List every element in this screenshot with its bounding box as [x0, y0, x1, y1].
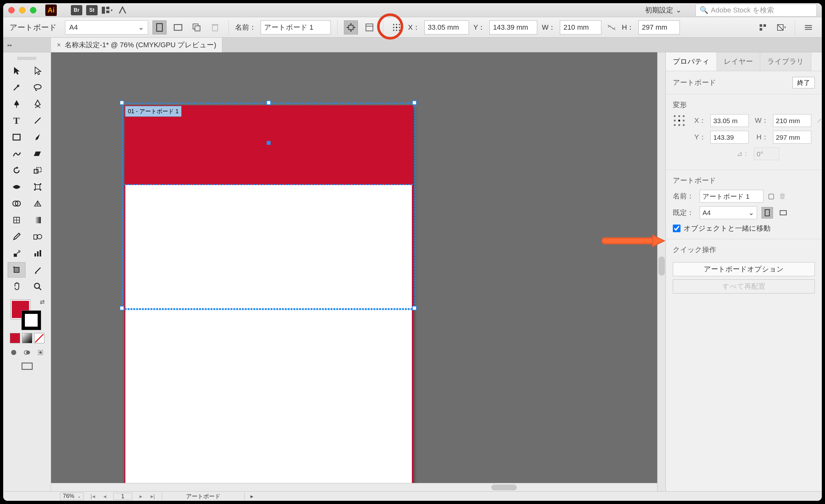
prev-artboard-button[interactable]: ◂ [102, 493, 107, 500]
delete-artboard-icon[interactable]: 🗑 [779, 192, 786, 200]
bridge-button[interactable]: Br [71, 5, 82, 15]
selection-tool[interactable] [8, 63, 25, 78]
next-artboard-button[interactable]: ▸ [138, 493, 144, 500]
align-icon[interactable] [756, 20, 770, 34]
zoom-tool[interactable] [29, 279, 47, 294]
slice-tool[interactable] [29, 262, 47, 278]
reference-point-icon[interactable] [389, 20, 403, 34]
column-graph-tool[interactable] [29, 245, 47, 261]
transform-x-input[interactable]: 33.05 m [710, 114, 749, 127]
rotate-tool[interactable] [8, 163, 25, 178]
draw-normal-icon[interactable] [8, 348, 19, 357]
ab-name-input[interactable]: アートボード 1 [700, 190, 763, 203]
new-artboard-button[interactable] [190, 20, 204, 34]
artboard-tool[interactable] [8, 262, 25, 278]
symbol-sprayer-tool[interactable] [8, 245, 25, 261]
last-artboard-button[interactable]: ▸| [149, 493, 156, 500]
minimize-window-button[interactable] [19, 7, 25, 13]
width-tool[interactable] [8, 179, 25, 195]
ab-preset-select[interactable]: A4⌄ [700, 206, 757, 219]
horizontal-scrollbar[interactable] [51, 483, 657, 491]
move-with-artboard-button[interactable] [344, 20, 358, 34]
curvature-tool[interactable] [29, 96, 47, 112]
lasso-tool[interactable] [29, 80, 47, 95]
y-input[interactable]: 143.39 mm [490, 20, 537, 34]
orientation-portrait-icon[interactable] [761, 207, 773, 218]
perspective-grid-tool[interactable] [29, 196, 47, 211]
artboard-nav-select[interactable]: アートボード [162, 493, 245, 500]
transform-h-input[interactable]: 297 mm [773, 131, 811, 144]
orientation-portrait-button[interactable] [152, 20, 166, 34]
stock-search-input[interactable]: 🔍 Adobe Stock を検索 [695, 4, 817, 17]
rectangle-tool[interactable] [8, 130, 25, 145]
x-input[interactable]: 33.05 mm [424, 20, 469, 34]
panel-menu-icon[interactable] [801, 20, 815, 34]
paintbrush-tool[interactable] [29, 130, 47, 145]
orientation-landscape-icon[interactable] [777, 207, 789, 218]
workspace-switcher[interactable]: 初期設定 ⌄ [645, 5, 681, 15]
document-tab[interactable]: × 名称未設定-1* @ 76% (CMYK/GPU プレビュー) [51, 38, 222, 52]
eyedropper-tool[interactable] [8, 229, 25, 244]
canvas-area[interactable]: 01 - アートボード 1 [51, 52, 666, 491]
scroll-thumb[interactable] [491, 485, 517, 490]
exit-artboard-button[interactable]: 終了 [793, 77, 815, 88]
transform-panel-icon[interactable]: ▾ [774, 20, 788, 34]
artboard-options-button[interactable] [362, 20, 376, 34]
tab-libraries[interactable]: ライブラリ [760, 52, 811, 71]
panel-grip-icon[interactable] [17, 57, 37, 60]
type-tool[interactable]: T [8, 113, 25, 128]
blend-tool[interactable] [29, 229, 47, 244]
shaper-tool[interactable] [8, 146, 25, 161]
shape-builder-tool[interactable] [8, 196, 25, 211]
zoom-level-select[interactable]: 76% ⌄ [60, 493, 84, 500]
mesh-tool[interactable] [8, 212, 25, 228]
orientation-landscape-button[interactable] [171, 20, 185, 34]
expand-panels-icon[interactable]: ▸▸ [5, 40, 15, 50]
hand-tool[interactable] [8, 279, 25, 294]
first-artboard-button[interactable]: |◂ [89, 493, 96, 500]
selection-handle[interactable] [412, 306, 417, 310]
eraser-tool[interactable] [29, 146, 47, 161]
selection-handle[interactable] [412, 100, 417, 105]
pen-tool[interactable] [8, 96, 25, 112]
w-input[interactable]: 210 mm [560, 20, 601, 34]
selection-handle[interactable] [267, 100, 271, 105]
screen-mode-button[interactable] [21, 362, 33, 371]
line-segment-tool[interactable] [29, 113, 47, 128]
gradient-color-icon[interactable] [22, 333, 32, 343]
solid-color-icon[interactable] [10, 333, 20, 343]
stock-button[interactable]: St [86, 5, 98, 15]
close-window-button[interactable] [8, 7, 15, 13]
draw-behind-icon[interactable] [22, 348, 32, 357]
direct-selection-tool[interactable] [29, 63, 47, 78]
scale-tool[interactable] [29, 163, 47, 178]
transform-y-input[interactable]: 143.39 [710, 131, 749, 144]
new-artboard-icon[interactable]: ▢ [768, 192, 774, 200]
gpu-preview-icon[interactable] [117, 5, 128, 15]
h-input[interactable]: 297 mm [639, 20, 680, 34]
constrain-proportions-button[interactable] [606, 20, 617, 34]
selection-handle[interactable] [120, 306, 124, 310]
constrain-icon[interactable]: ⟋ [816, 117, 822, 125]
delete-artboard-button[interactable] [208, 20, 222, 34]
scroll-thumb[interactable] [659, 257, 665, 276]
swap-fill-stroke-icon[interactable]: ⇄ [40, 299, 45, 306]
tab-properties[interactable]: プロパティ [666, 52, 717, 71]
artboard-name-input[interactable]: アートボード 1 [260, 20, 331, 34]
none-color-icon[interactable] [34, 333, 44, 343]
artboard-options-button[interactable]: アートボードオプション [673, 262, 815, 276]
tab-layers[interactable]: レイヤー [717, 52, 760, 71]
free-transform-tool[interactable] [29, 179, 47, 195]
selection-handle[interactable] [120, 100, 124, 105]
arrange-documents-icon[interactable]: ▾ [101, 5, 113, 15]
artboard-number-input[interactable]: 1 [113, 493, 132, 500]
draw-inside-icon[interactable] [35, 348, 46, 357]
close-tab-button[interactable]: × [57, 41, 61, 49]
nav-forward-icon[interactable]: ▸ [250, 493, 253, 500]
vertical-scrollbar[interactable] [657, 52, 666, 491]
gradient-tool[interactable] [29, 212, 47, 228]
magic-wand-tool[interactable] [8, 80, 25, 95]
transform-w-input[interactable]: 210 mm [773, 114, 811, 127]
stroke-color-icon[interactable] [22, 311, 41, 330]
fill-stroke-swatch[interactable]: ⇄ [10, 299, 45, 331]
